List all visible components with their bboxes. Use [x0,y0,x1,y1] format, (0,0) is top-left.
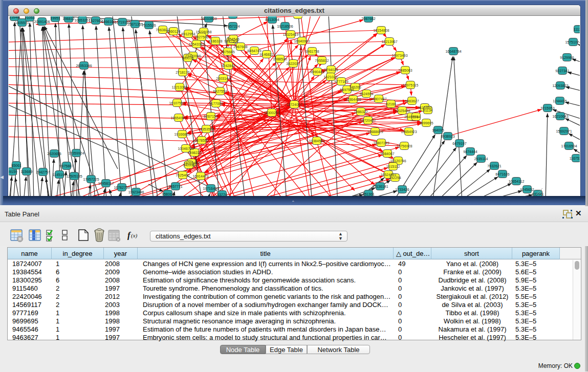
svg-text:19166829: 19166829 [174,133,190,136]
svg-text:26053346: 26053346 [76,64,92,68]
svg-text:3624554: 3624554 [359,92,373,96]
svg-text:16782759: 16782759 [114,186,129,189]
svg-text:11923446: 11923446 [128,190,144,194]
svg-text:12093823: 12093823 [552,84,568,87]
svg-text:83774: 83774 [217,193,227,196]
svg-text:8454749: 8454749 [247,49,261,53]
svg-text:7986322: 7986322 [354,110,367,114]
svg-text:15692971: 15692971 [556,129,572,133]
svg-text:9227341: 9227341 [555,69,569,73]
svg-text:10654112: 10654112 [509,180,525,183]
svg-text:11325419: 11325419 [283,33,299,36]
svg-text:2603144: 2603144 [216,77,230,80]
svg-text:2942757: 2942757 [36,170,50,174]
svg-text:6794028: 6794028 [324,68,338,72]
svg-text:19951: 19951 [50,16,60,20]
svg-text:164095: 164095 [432,128,444,132]
svg-text:9177006: 9177006 [209,102,223,105]
svg-text:20691406: 20691406 [34,20,50,24]
svg-text:16210643: 16210643 [552,115,568,118]
svg-text:3215953: 3215953 [540,106,554,110]
svg-text:9242848: 9242848 [221,64,235,68]
svg-text:8186328: 8186328 [208,39,222,43]
svg-text:10688609: 10688609 [367,130,383,134]
svg-text:19716485: 19716485 [203,187,219,190]
svg-text:10025438: 10025438 [394,109,410,113]
svg-text:151361: 151361 [362,192,374,196]
svg-text:10653267: 10653267 [74,18,90,22]
svg-text:21053: 21053 [25,16,35,19]
svg-text:15136141: 15136141 [372,185,388,188]
svg-text:8267150: 8267150 [204,115,217,118]
svg-text:8990448: 8990448 [310,70,324,74]
svg-text:20364436: 20364436 [345,98,361,101]
svg-text:12213967: 12213967 [381,40,397,43]
svg-text:15751074: 15751074 [565,40,580,44]
svg-text:19218506: 19218506 [277,25,293,28]
svg-text:12505135: 12505135 [66,174,82,178]
svg-text:1621022: 1621022 [323,75,337,79]
svg-text:8813054: 8813054 [265,18,279,21]
svg-text:2967608: 2967608 [233,45,247,49]
svg-text:8860124: 8860124 [166,30,180,33]
svg-text:16640910: 16640910 [294,39,310,43]
svg-text:746266: 746266 [349,85,361,89]
svg-text:11123: 11123 [574,28,580,31]
svg-text:989016: 989016 [182,56,193,60]
svg-text:17957225: 17957225 [83,178,99,181]
svg-text:7515526: 7515526 [142,24,156,27]
svg-text:(x): (x) [131,232,138,239]
svg-text:1167533: 1167533 [570,157,580,160]
svg-text:8878552: 8878552 [194,139,208,142]
svg-text:9827506: 9827506 [194,35,208,39]
svg-text:16671355: 16671355 [127,23,143,26]
svg-text:115689: 115689 [21,170,33,173]
svg-text:23948: 23948 [9,16,19,19]
svg-text:9146821: 9146821 [259,53,273,56]
svg-text:10807487: 10807487 [371,97,386,101]
svg-text:19087: 19087 [228,16,238,17]
svg-text:85061: 85061 [11,164,21,167]
svg-text:10973493: 10973493 [391,54,407,57]
svg-text:16914479: 16914479 [192,174,208,178]
svg-text:17359924: 17359924 [68,151,84,155]
svg-text:8912954: 8912954 [181,32,195,36]
svg-text:19654923: 19654923 [401,130,417,134]
svg-text:16543382: 16543382 [188,42,204,46]
svg-text:9474444: 9474444 [463,150,477,154]
svg-text:18300295: 18300295 [264,111,279,115]
svg-text:1615112: 1615112 [386,165,400,168]
svg-text:7955812: 7955812 [315,59,329,62]
svg-text:1405571: 1405571 [15,21,29,25]
svg-text:62160: 62160 [386,102,396,106]
svg-text:16120746: 16120746 [390,159,406,163]
svg-text:10958117: 10958117 [98,182,114,185]
svg-text:7544: 7544 [412,115,420,119]
svg-text:7632621: 7632621 [487,164,501,168]
svg-text:19654923: 19654923 [170,116,186,120]
svg-text:140994: 140994 [183,163,194,167]
svg-text:1588520: 1588520 [273,57,287,61]
svg-text:10756928: 10756928 [396,144,412,148]
svg-text:18807249: 18807249 [373,141,389,145]
svg-text:2935114: 2935114 [474,157,488,161]
svg-text:7625402: 7625402 [176,173,189,177]
svg-text:19384554: 19384554 [309,139,324,143]
svg-text:252254: 252254 [389,176,401,180]
svg-text:154546: 154546 [227,37,239,41]
svg-text:2087682: 2087682 [361,17,375,20]
svg-text:39159: 39159 [9,170,17,173]
svg-text:958062: 958062 [162,192,173,196]
svg-text:18724007: 18724007 [286,103,302,106]
svg-text:12975115: 12975115 [403,83,419,87]
svg-text:6466160: 6466160 [101,20,115,24]
svg-text:9129966: 9129966 [560,56,574,59]
svg-text:8427552: 8427552 [213,90,227,93]
svg-text:11353594: 11353594 [199,127,214,131]
svg-text:6961758: 6961758 [305,50,319,53]
svg-text:9463627: 9463627 [405,99,419,103]
svg-text:9245652: 9245652 [520,188,534,191]
svg-text:8471626: 8471626 [495,172,509,176]
svg-text:2718176: 2718176 [176,71,189,74]
svg-text:2020655: 2020655 [47,152,61,156]
